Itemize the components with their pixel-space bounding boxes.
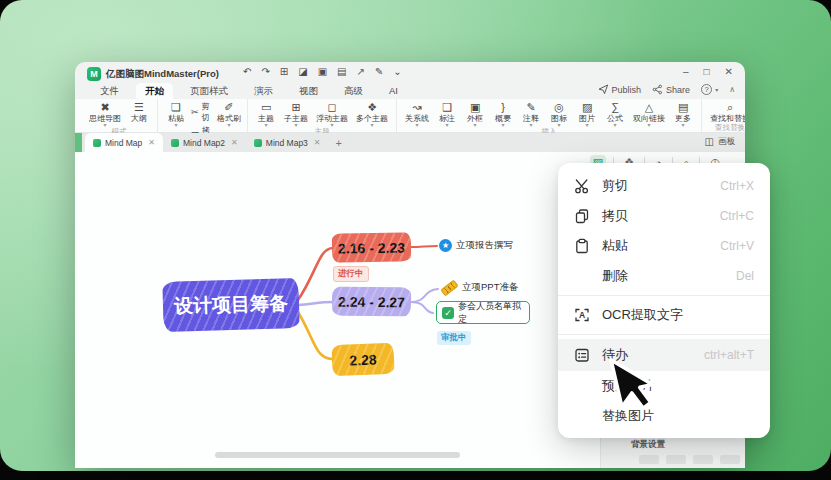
close-tab-icon[interactable]: ✕	[314, 138, 321, 147]
ribbon-group-items: ✖思维导图▾☰大纲	[86, 101, 152, 127]
subtopic-icon: ⊞	[291, 101, 300, 113]
ribbon-item[interactable]: ✂剪切	[191, 101, 214, 123]
maximize-button[interactable]: □	[704, 66, 710, 77]
share-button[interactable]: Share	[652, 84, 690, 95]
tabstrip-accent	[75, 133, 82, 152]
ribbon-item[interactable]: ◎图标▾	[546, 101, 572, 127]
ribbon-item[interactable]: ⌕查找和替换	[707, 101, 745, 123]
ribbon-item[interactable]: ❖多个主题▾	[353, 101, 391, 127]
sheet-tab[interactable]: Mind Map2✕	[163, 133, 246, 152]
sheet-tab[interactable]: Mind Map✕	[85, 133, 163, 152]
context-menu-item-删除[interactable]: 删除Del	[558, 261, 770, 291]
ribbon-item[interactable]: ▨图片▾	[574, 101, 600, 127]
ribbon-item[interactable]: ▣外框▾	[462, 101, 488, 127]
new-document-icon[interactable]: ⊞	[280, 66, 288, 77]
ribbon-item[interactable]: ✐格式刷▾	[216, 101, 242, 127]
outline-mode-icon: ☰	[134, 101, 144, 113]
ribbon-item[interactable]: ▤更多▾	[670, 101, 696, 127]
ribbon-item[interactable]: ↝关系线▾	[402, 101, 432, 127]
sheet-tab-label: Mind Map3	[266, 138, 308, 148]
title-bar: M 亿图脑图MindMaster(Pro) ↶↷⊞◪▣▤↗✎⌄ –□✕	[75, 62, 745, 84]
document-icon	[171, 139, 179, 147]
ribbon-item[interactable]: ⊞子主题▾	[281, 101, 311, 127]
close-tab-icon[interactable]: ✕	[231, 138, 238, 147]
context-menu-item-拷贝[interactable]: 拷贝Ctrl+C	[558, 201, 770, 231]
ribbon-item[interactable]: ∑公式▾	[602, 101, 628, 127]
context-menu-item-粘贴[interactable]: 粘贴Ctrl+V	[558, 231, 770, 261]
checked-checkbox-icon[interactable]: ✓	[442, 307, 454, 319]
ribbon-item[interactable]: ▭主题▾	[253, 101, 279, 127]
branch-topic-2[interactable]: 2.24 - 2.27	[332, 287, 411, 317]
ribbon-group: ⌕查找和替换查找替换	[702, 99, 745, 132]
menu-bar: 文件开始页面样式演示视图高级AI Publish Share ? ▾ ∧	[75, 83, 745, 99]
board-panel-toggle[interactable]: ◫ 画板	[705, 136, 735, 148]
horizontal-scrollbar[interactable]	[215, 452, 460, 458]
context-menu-item-待办[interactable]: 待办ctrl+alt+T	[558, 339, 770, 371]
menu-tab-开始[interactable]: 开始	[136, 83, 173, 100]
ocr-icon: A	[574, 307, 590, 323]
subtopic-attendees-selected[interactable]: ✓ 参会人员名单拟定	[436, 301, 530, 324]
theme-style-icon[interactable]: ◪	[298, 66, 307, 77]
subtopic-report[interactable]: ★ 立项报告撰写	[439, 239, 513, 252]
publish-plane-icon	[598, 84, 609, 95]
app-logo-icon: M	[87, 67, 101, 81]
mindmap-mode-icon: ✖	[100, 101, 109, 113]
save-icon[interactable]: ▣	[318, 66, 327, 77]
collapse-ribbon-button[interactable]: ∧	[729, 85, 735, 94]
bg-swatch[interactable]	[720, 455, 740, 464]
context-menu-item-剪切[interactable]: 剪切Ctrl+X	[558, 171, 770, 201]
bg-swatch[interactable]	[666, 455, 686, 464]
bg-swatch[interactable]	[693, 455, 713, 464]
close-button[interactable]: ✕	[725, 66, 733, 77]
ribbon-item[interactable]: ❑标注▾	[434, 101, 460, 127]
cut-icon: ✂	[191, 108, 199, 117]
minimize-button[interactable]: –	[683, 66, 689, 77]
menu-tab-演示[interactable]: 演示	[245, 83, 282, 100]
paste-icon: ❏	[171, 101, 181, 113]
ribbon-group: ✖思维导图▾☰大纲模式	[81, 99, 158, 132]
ribbon-item[interactable]: ✎注释▾	[518, 101, 544, 127]
edit-icon[interactable]: ✎	[375, 66, 383, 77]
callout-icon: ❑	[442, 101, 452, 113]
context-menu-item-OCR提取文字[interactable]: AOCR提取文字	[558, 300, 770, 330]
help-button[interactable]: ? ▾	[701, 84, 718, 95]
redo-icon[interactable]: ↷	[261, 66, 269, 77]
ribbon-item[interactable]: ✖思维导图▾	[86, 101, 124, 127]
menu-tab-高级[interactable]: 高级	[335, 83, 372, 100]
ribbon-item[interactable]: ◻浮动主题▾	[313, 101, 351, 127]
bg-swatch[interactable]	[639, 455, 659, 464]
publish-button[interactable]: Publish	[598, 84, 642, 95]
branch-topic-1[interactable]: 2.16 - 2.23	[332, 232, 411, 262]
board-icon: ◫	[705, 136, 714, 148]
central-topic[interactable]: 设计项目筹备	[162, 278, 299, 332]
boundary-icon: ▣	[470, 101, 480, 113]
print-icon[interactable]: ▤	[337, 66, 346, 77]
subtopic-ppt[interactable]: 立项PPT准备	[441, 281, 518, 294]
ribbon-item[interactable]: ❏粘贴▾	[163, 101, 189, 127]
formula-icon: ∑	[611, 101, 619, 113]
screenshot-stage: { "window": { "title": "亿图脑图MindMaster(P…	[0, 0, 831, 480]
paste-icon	[574, 238, 590, 254]
menu-tab-视图[interactable]: 视图	[290, 83, 327, 100]
sheet-tab[interactable]: Mind Map3✕	[246, 133, 329, 152]
menu-tab-AI[interactable]: AI	[380, 83, 407, 100]
window-controls: –□✕	[683, 66, 733, 77]
branch-topic-3[interactable]: 2.28	[331, 343, 394, 376]
menu-tab-页面样式[interactable]: 页面样式	[181, 83, 237, 100]
background-settings-label: 背景设置	[631, 439, 745, 451]
ribbon-group: ↝关系线▾❑标注▾▣外框▾}概要▾✎注释▾◎图标▾▨图片▾∑公式▾△双向链接▾▤…	[397, 99, 702, 132]
export-icon[interactable]: ↗	[357, 66, 365, 77]
context-menu-item-预览图片[interactable]: 预览图片	[558, 371, 770, 401]
more-caret-icon[interactable]: ⌄	[393, 66, 401, 77]
find-replace-icon: ⌕	[727, 101, 733, 113]
add-sheet-button[interactable]: +	[329, 133, 349, 152]
close-tab-icon[interactable]: ✕	[148, 138, 155, 147]
context-menu-item-label: 拷贝	[602, 207, 628, 225]
undo-icon[interactable]: ↶	[243, 66, 251, 77]
menu-tab-文件[interactable]: 文件	[91, 83, 128, 100]
ribbon-item[interactable]: △双向链接▾	[630, 101, 668, 127]
status-tag-in-progress: 进行中	[333, 266, 369, 282]
ribbon-toolbar: ✖思维导图▾☰大纲模式❏粘贴▾✂剪切❐拷贝✐格式刷▾剪贴板▭主题▾⊞子主题▾◻浮…	[75, 99, 745, 133]
ribbon-item[interactable]: ☰大纲	[126, 101, 152, 123]
ribbon-item[interactable]: }概要▾	[490, 101, 516, 127]
